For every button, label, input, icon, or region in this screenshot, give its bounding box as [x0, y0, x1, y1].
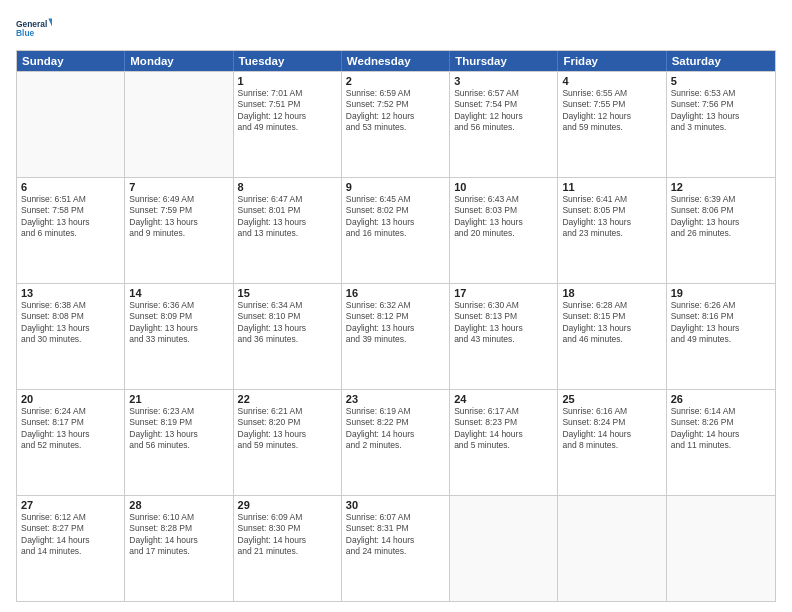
calendar-week-0: 1Sunrise: 7:01 AM Sunset: 7:51 PM Daylig… [17, 71, 775, 177]
day-info: Sunrise: 6:51 AM Sunset: 7:58 PM Dayligh… [21, 194, 120, 240]
day-number: 15 [238, 287, 337, 299]
day-info: Sunrise: 6:21 AM Sunset: 8:20 PM Dayligh… [238, 406, 337, 452]
calendar-cell: 16Sunrise: 6:32 AM Sunset: 8:12 PM Dayli… [342, 284, 450, 389]
header-cell-monday: Monday [125, 51, 233, 71]
calendar-week-1: 6Sunrise: 6:51 AM Sunset: 7:58 PM Daylig… [17, 177, 775, 283]
day-number: 5 [671, 75, 771, 87]
header-cell-saturday: Saturday [667, 51, 775, 71]
calendar-cell: 18Sunrise: 6:28 AM Sunset: 8:15 PM Dayli… [558, 284, 666, 389]
calendar-cell: 27Sunrise: 6:12 AM Sunset: 8:27 PM Dayli… [17, 496, 125, 601]
day-number: 12 [671, 181, 771, 193]
day-number: 20 [21, 393, 120, 405]
day-info: Sunrise: 6:09 AM Sunset: 8:30 PM Dayligh… [238, 512, 337, 558]
day-info: Sunrise: 6:59 AM Sunset: 7:52 PM Dayligh… [346, 88, 445, 134]
day-number: 9 [346, 181, 445, 193]
calendar-week-3: 20Sunrise: 6:24 AM Sunset: 8:17 PM Dayli… [17, 389, 775, 495]
day-info: Sunrise: 6:30 AM Sunset: 8:13 PM Dayligh… [454, 300, 553, 346]
calendar-cell: 22Sunrise: 6:21 AM Sunset: 8:20 PM Dayli… [234, 390, 342, 495]
calendar-cell: 26Sunrise: 6:14 AM Sunset: 8:26 PM Dayli… [667, 390, 775, 495]
calendar-cell: 28Sunrise: 6:10 AM Sunset: 8:28 PM Dayli… [125, 496, 233, 601]
calendar-cell: 9Sunrise: 6:45 AM Sunset: 8:02 PM Daylig… [342, 178, 450, 283]
day-number: 21 [129, 393, 228, 405]
calendar-cell: 8Sunrise: 6:47 AM Sunset: 8:01 PM Daylig… [234, 178, 342, 283]
day-info: Sunrise: 6:16 AM Sunset: 8:24 PM Dayligh… [562, 406, 661, 452]
calendar-cell [450, 496, 558, 601]
day-info: Sunrise: 6:57 AM Sunset: 7:54 PM Dayligh… [454, 88, 553, 134]
day-number: 19 [671, 287, 771, 299]
day-info: Sunrise: 6:14 AM Sunset: 8:26 PM Dayligh… [671, 406, 771, 452]
day-number: 25 [562, 393, 661, 405]
day-number: 4 [562, 75, 661, 87]
day-info: Sunrise: 6:53 AM Sunset: 7:56 PM Dayligh… [671, 88, 771, 134]
day-info: Sunrise: 6:45 AM Sunset: 8:02 PM Dayligh… [346, 194, 445, 240]
day-info: Sunrise: 6:24 AM Sunset: 8:17 PM Dayligh… [21, 406, 120, 452]
calendar-cell [667, 496, 775, 601]
calendar-cell: 1Sunrise: 7:01 AM Sunset: 7:51 PM Daylig… [234, 72, 342, 177]
calendar-cell: 6Sunrise: 6:51 AM Sunset: 7:58 PM Daylig… [17, 178, 125, 283]
day-number: 28 [129, 499, 228, 511]
page: General Blue SundayMondayTuesdayWednesda… [0, 0, 792, 612]
day-info: Sunrise: 6:17 AM Sunset: 8:23 PM Dayligh… [454, 406, 553, 452]
svg-marker-2 [48, 18, 52, 29]
day-info: Sunrise: 6:10 AM Sunset: 8:28 PM Dayligh… [129, 512, 228, 558]
calendar-cell: 11Sunrise: 6:41 AM Sunset: 8:05 PM Dayli… [558, 178, 666, 283]
calendar-cell [558, 496, 666, 601]
header-cell-wednesday: Wednesday [342, 51, 450, 71]
day-number: 13 [21, 287, 120, 299]
logo-svg: General Blue [16, 10, 52, 46]
header: General Blue [16, 10, 776, 46]
day-number: 6 [21, 181, 120, 193]
day-number: 27 [21, 499, 120, 511]
header-cell-sunday: Sunday [17, 51, 125, 71]
calendar-cell: 10Sunrise: 6:43 AM Sunset: 8:03 PM Dayli… [450, 178, 558, 283]
calendar-cell: 14Sunrise: 6:36 AM Sunset: 8:09 PM Dayli… [125, 284, 233, 389]
day-info: Sunrise: 6:39 AM Sunset: 8:06 PM Dayligh… [671, 194, 771, 240]
calendar-header-row: SundayMondayTuesdayWednesdayThursdayFrid… [17, 51, 775, 71]
day-info: Sunrise: 6:28 AM Sunset: 8:15 PM Dayligh… [562, 300, 661, 346]
day-info: Sunrise: 6:12 AM Sunset: 8:27 PM Dayligh… [21, 512, 120, 558]
day-info: Sunrise: 6:38 AM Sunset: 8:08 PM Dayligh… [21, 300, 120, 346]
header-cell-friday: Friday [558, 51, 666, 71]
calendar-cell: 29Sunrise: 6:09 AM Sunset: 8:30 PM Dayli… [234, 496, 342, 601]
calendar-cell: 19Sunrise: 6:26 AM Sunset: 8:16 PM Dayli… [667, 284, 775, 389]
day-info: Sunrise: 6:41 AM Sunset: 8:05 PM Dayligh… [562, 194, 661, 240]
day-number: 17 [454, 287, 553, 299]
calendar-cell: 12Sunrise: 6:39 AM Sunset: 8:06 PM Dayli… [667, 178, 775, 283]
day-info: Sunrise: 6:07 AM Sunset: 8:31 PM Dayligh… [346, 512, 445, 558]
day-number: 8 [238, 181, 337, 193]
day-info: Sunrise: 6:34 AM Sunset: 8:10 PM Dayligh… [238, 300, 337, 346]
day-number: 11 [562, 181, 661, 193]
day-number: 7 [129, 181, 228, 193]
day-number: 14 [129, 287, 228, 299]
calendar-week-4: 27Sunrise: 6:12 AM Sunset: 8:27 PM Dayli… [17, 495, 775, 601]
day-number: 26 [671, 393, 771, 405]
calendar-cell: 30Sunrise: 6:07 AM Sunset: 8:31 PM Dayli… [342, 496, 450, 601]
calendar-cell: 20Sunrise: 6:24 AM Sunset: 8:17 PM Dayli… [17, 390, 125, 495]
day-number: 22 [238, 393, 337, 405]
calendar-cell: 15Sunrise: 6:34 AM Sunset: 8:10 PM Dayli… [234, 284, 342, 389]
day-info: Sunrise: 6:26 AM Sunset: 8:16 PM Dayligh… [671, 300, 771, 346]
day-number: 18 [562, 287, 661, 299]
calendar-cell: 2Sunrise: 6:59 AM Sunset: 7:52 PM Daylig… [342, 72, 450, 177]
day-info: Sunrise: 6:36 AM Sunset: 8:09 PM Dayligh… [129, 300, 228, 346]
day-number: 30 [346, 499, 445, 511]
calendar-cell: 13Sunrise: 6:38 AM Sunset: 8:08 PM Dayli… [17, 284, 125, 389]
svg-text:Blue: Blue [16, 28, 35, 38]
calendar-cell: 17Sunrise: 6:30 AM Sunset: 8:13 PM Dayli… [450, 284, 558, 389]
header-cell-thursday: Thursday [450, 51, 558, 71]
day-info: Sunrise: 7:01 AM Sunset: 7:51 PM Dayligh… [238, 88, 337, 134]
calendar-cell [125, 72, 233, 177]
day-info: Sunrise: 6:55 AM Sunset: 7:55 PM Dayligh… [562, 88, 661, 134]
day-info: Sunrise: 6:32 AM Sunset: 8:12 PM Dayligh… [346, 300, 445, 346]
calendar-cell: 3Sunrise: 6:57 AM Sunset: 7:54 PM Daylig… [450, 72, 558, 177]
day-number: 1 [238, 75, 337, 87]
day-number: 23 [346, 393, 445, 405]
day-number: 2 [346, 75, 445, 87]
day-info: Sunrise: 6:23 AM Sunset: 8:19 PM Dayligh… [129, 406, 228, 452]
svg-text:General: General [16, 19, 47, 29]
day-number: 10 [454, 181, 553, 193]
calendar-cell: 24Sunrise: 6:17 AM Sunset: 8:23 PM Dayli… [450, 390, 558, 495]
day-number: 29 [238, 499, 337, 511]
calendar-cell [17, 72, 125, 177]
calendar-week-2: 13Sunrise: 6:38 AM Sunset: 8:08 PM Dayli… [17, 283, 775, 389]
